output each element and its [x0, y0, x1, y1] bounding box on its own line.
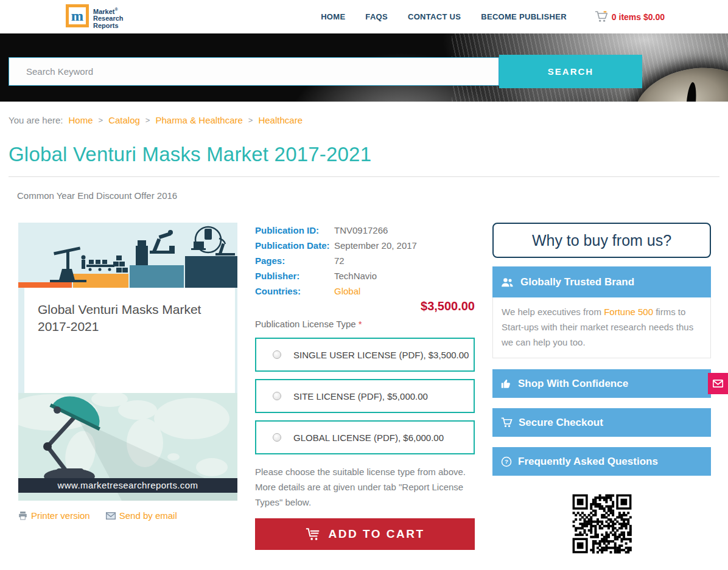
- add-to-cart-label: ADD TO CART: [328, 527, 424, 541]
- cart-status[interactable]: 0 items $0.00: [595, 11, 665, 23]
- fortune-500-link[interactable]: Fortune 500: [604, 307, 653, 317]
- why-buy-heading: Why to buy from us?: [492, 223, 711, 258]
- cart-icon: [595, 11, 608, 23]
- nav-faqs[interactable]: FAQS: [365, 12, 388, 21]
- detail-row-publication-date: Publication Date: September 20, 2017: [255, 238, 475, 253]
- license-option-single-user[interactable]: SINGLE USER LICENSE (PDF), $3,500.00: [255, 338, 475, 372]
- radio-button[interactable]: [273, 392, 281, 400]
- detail-label: Publication ID:: [255, 223, 334, 238]
- detail-label: Publisher:: [255, 268, 334, 283]
- price: $3,500.00: [255, 299, 475, 313]
- nav-contact-us[interactable]: CONTACT US: [408, 12, 461, 21]
- email-icon: [106, 512, 116, 520]
- breadcrumb: You are here: Home > Catalog > Pharma & …: [9, 115, 728, 125]
- license-option-label: SINGLE USER LICENSE (PDF), $3,500.00: [293, 350, 469, 360]
- breadcrumb-catalog[interactable]: Catalog: [108, 115, 140, 125]
- printer-icon: [18, 511, 27, 520]
- question-circle-icon: ?: [501, 456, 512, 467]
- license-option-label: GLOBAL LICENSE (PDF), $6,000.00: [293, 433, 444, 443]
- site-logo[interactable]: m Market® Research Reports: [66, 4, 124, 30]
- cover-map-area: www.marketresearchreports.com: [18, 393, 237, 501]
- search-button[interactable]: SEARCH: [499, 55, 642, 88]
- detail-label: Countries:: [255, 283, 334, 299]
- main-nav: HOME FAQS CONTACT US BECOME PUBLISHER: [321, 12, 567, 21]
- website-url-bar: www.marketresearchreports.com: [18, 478, 237, 493]
- content-columns: Global Venturi Masks Market 2017-2021: [0, 223, 728, 555]
- cover-title: Global Venturi Masks Market 2017-2021: [38, 301, 224, 336]
- cover-title-area: Global Venturi Masks Market 2017-2021: [18, 288, 237, 393]
- breadcrumb-separator: >: [248, 116, 253, 125]
- industry-illustration: [18, 223, 237, 288]
- cart-count-label: 0 items $0.00: [612, 12, 665, 22]
- product-column: Global Venturi Masks Market 2017-2021: [18, 223, 237, 521]
- search-bar: SEARCH: [0, 33, 728, 102]
- detail-value: 72: [334, 253, 345, 268]
- sidebar: Why to buy from us? Globally Trusted Bra…: [492, 223, 711, 555]
- detail-value: TechNavio: [334, 268, 377, 283]
- page-title: Global Venturi Masks Market 2017-2021: [9, 143, 719, 166]
- detail-value: TNV0917266: [334, 223, 388, 238]
- envelope-icon: [713, 380, 723, 388]
- sidebar-item-label: Secure Checkout: [519, 417, 603, 429]
- sidebar-item-label: Frequently Asked Questions: [518, 456, 658, 468]
- cart-icon: [305, 527, 321, 541]
- trusted-brand-text: We help executives from Fortune 500 firm…: [492, 297, 711, 358]
- breadcrumb-prefix: You are here:: [9, 115, 63, 125]
- sidebar-item-faq[interactable]: ? Frequently Asked Questions: [492, 447, 711, 476]
- thumbs-up-icon: [501, 378, 512, 389]
- sidebar-item-label: Globally Trusted Brand: [520, 276, 634, 288]
- cart-icon: [501, 417, 513, 428]
- sidebar-item-shop-with-confidence[interactable]: Shop With Confidence: [492, 369, 711, 398]
- breadcrumb-home[interactable]: Home: [69, 115, 93, 125]
- page: m Market® Research Reports HOME FAQS CON…: [0, 0, 728, 570]
- breadcrumb-healthcare[interactable]: Healthcare: [258, 115, 303, 125]
- users-icon: [501, 277, 514, 288]
- sidebar-item-globally-trusted[interactable]: Globally Trusted Brand: [492, 266, 711, 297]
- search-input[interactable]: [9, 57, 499, 86]
- detail-row-countries: Countries: Global: [255, 283, 475, 299]
- detail-label: Pages:: [255, 253, 334, 268]
- send-by-email-link[interactable]: Send by email: [106, 510, 177, 521]
- detail-row-pages: Pages: 72: [255, 253, 475, 268]
- breadcrumb-separator: >: [145, 116, 150, 125]
- radio-button[interactable]: [273, 433, 281, 442]
- hero-banner: SEARCH: [0, 33, 728, 102]
- detail-row-publisher: Publisher: TechNavio: [255, 268, 475, 283]
- offer-subtitle: Common Year End Discount Offer 2016: [17, 190, 728, 201]
- details-column: Publication ID: TNV0917266 Publication D…: [255, 223, 475, 550]
- product-action-links: Printer version Send by email: [18, 510, 237, 521]
- countries-global-link[interactable]: Global: [334, 283, 360, 299]
- nav-home[interactable]: HOME: [321, 12, 345, 21]
- top-bar: m Market® Research Reports HOME FAQS CON…: [0, 0, 728, 33]
- cover-illustration-area: [18, 223, 237, 288]
- breadcrumb-pharma-healthcare[interactable]: Pharma & Healthcare: [155, 115, 242, 125]
- qr-code: [570, 492, 634, 555]
- detail-label: Publication Date:: [255, 238, 334, 253]
- radio-button[interactable]: [273, 350, 281, 359]
- license-type-label: Publication License Type *: [255, 318, 475, 330]
- sidebar-item-label: Shop With Confidence: [518, 378, 628, 390]
- license-note: Please choose the suitable license type …: [255, 464, 475, 510]
- qr-code-container: [492, 492, 711, 555]
- logo-m-icon: m: [66, 4, 89, 27]
- nav-become-publisher[interactable]: BECOME PUBLISHER: [481, 12, 567, 21]
- logo-text: Market® Research Reports: [93, 4, 124, 30]
- email-feedback-tab[interactable]: [708, 373, 728, 394]
- product-cover-image: Global Venturi Masks Market 2017-2021: [18, 223, 237, 501]
- detail-value: September 20, 2017: [334, 238, 417, 253]
- license-option-site[interactable]: SITE LICENSE (PDF), $5,000.00: [255, 379, 475, 413]
- required-asterisk: *: [359, 319, 362, 329]
- license-option-global[interactable]: GLOBAL LICENSE (PDF), $6,000.00: [255, 420, 475, 454]
- svg-text:?: ?: [505, 458, 508, 465]
- breadcrumb-separator: >: [99, 116, 103, 125]
- sidebar-item-secure-checkout[interactable]: Secure Checkout: [492, 408, 711, 437]
- printer-version-link[interactable]: Printer version: [18, 510, 90, 521]
- license-option-label: SITE LICENSE (PDF), $5,000.00: [293, 391, 428, 401]
- add-to-cart-button[interactable]: ADD TO CART: [255, 518, 475, 550]
- detail-row-publication-id: Publication ID: TNV0917266: [255, 223, 475, 238]
- title-divider: [9, 176, 719, 177]
